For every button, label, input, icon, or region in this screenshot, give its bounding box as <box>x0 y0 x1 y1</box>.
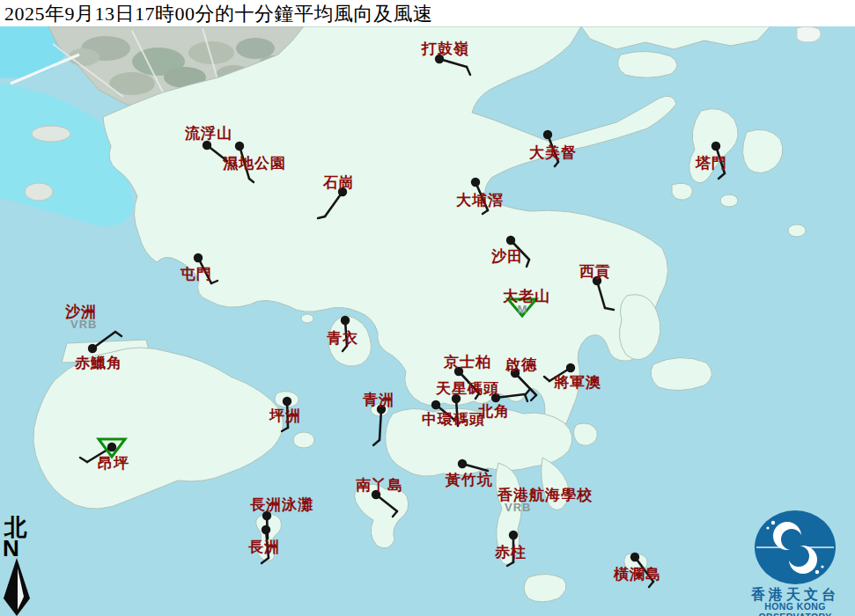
wind-map-page: M 打鼓嶺流浮山濕地公園石崗大埔滘大美督塔門沙田西貢屯門沙洲VRB大老山赤鱲角青… <box>0 0 855 616</box>
station-dot <box>431 400 440 409</box>
station-dot <box>506 236 515 245</box>
map-title: 2025年9月13日17時00分的十分鐘平均風向及風速 <box>4 1 433 27</box>
station-dot <box>711 142 720 150</box>
deep-bay-island <box>25 183 53 201</box>
station-dot <box>452 394 461 403</box>
crescent-island <box>797 26 821 42</box>
station-dot <box>203 141 211 150</box>
station-dot <box>509 531 518 539</box>
station-dot <box>194 253 203 262</box>
station-dot <box>435 55 444 63</box>
hei-ling-chau <box>293 432 314 448</box>
hko-logo: 香港天文台 HONG KONG OBSERVATORY <box>735 507 855 616</box>
station-dot <box>511 369 520 378</box>
compass-north-letter: N <box>3 535 19 562</box>
station-dot <box>262 525 270 534</box>
station-dot <box>372 490 380 499</box>
hong-kong-map: M <box>0 0 855 616</box>
station-dot <box>235 142 244 150</box>
station-dot <box>491 393 500 402</box>
station-dot <box>88 344 97 353</box>
station-dot <box>471 178 480 187</box>
station-dot <box>341 316 350 325</box>
mountain-station-letter: M <box>518 303 527 316</box>
station-dot <box>283 397 291 406</box>
station-dot <box>377 405 386 414</box>
po-toi-island <box>524 574 566 602</box>
title-bar: 2025年9月13日17時00分的十分鐘平均風向及風速 <box>0 0 855 26</box>
tung-lung-island <box>574 423 598 445</box>
station-dot <box>543 130 552 139</box>
station-dot <box>630 553 639 561</box>
station-dot <box>338 187 347 196</box>
high-island <box>651 357 711 390</box>
station-dot <box>566 363 575 372</box>
ma-wan-island <box>301 314 313 323</box>
station-dot <box>262 511 271 520</box>
station-dot <box>454 367 463 376</box>
station-dot <box>458 459 467 468</box>
station-dot <box>107 443 116 451</box>
deep-bay-island <box>32 126 70 142</box>
hko-logo-name-en: HONG KONG OBSERVATORY <box>733 601 855 616</box>
station-dot <box>593 276 601 285</box>
